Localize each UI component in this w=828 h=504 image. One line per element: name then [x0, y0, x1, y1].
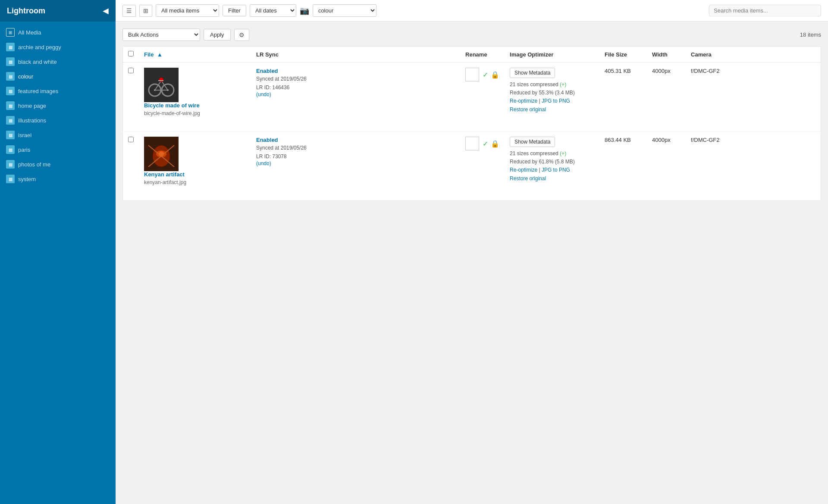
optimizer-info: 21 sizes compressed (+) Reduced by 55.3%… — [510, 81, 594, 114]
sidebar-item-home-page[interactable]: ▦ home page — [0, 98, 116, 113]
width-cell: 4000px — [647, 131, 686, 200]
sidebar-item-colour[interactable]: ▦ colour — [0, 69, 116, 84]
svg-point-8 — [159, 78, 163, 82]
colour-filter-select[interactable]: colour black and white all — [313, 4, 376, 17]
camera-cell: f/DMC-GF2 — [686, 131, 821, 200]
sidebar-item-label: All Media — [18, 29, 41, 36]
select-all-checkbox[interactable] — [128, 51, 134, 56]
filter-button[interactable]: Filter — [223, 5, 246, 16]
lock-icon: 🔒 — [491, 71, 499, 79]
lr-sync-cell: Enabled Synced at 2019/05/26 LR ID: 7307… — [251, 131, 460, 200]
file-size-cell: 863.44 KB — [599, 131, 647, 200]
all-media-icon: ⊞ — [6, 28, 15, 37]
row-checkbox-cell — [123, 131, 139, 200]
sidebar-item-black-and-white[interactable]: ▦ black and white — [0, 54, 116, 69]
lock-icon: 🔒 — [491, 140, 499, 148]
image-optimizer-cell: Show Metadata 21 sizes compressed (+) Re… — [505, 131, 599, 200]
album-icon: ▦ — [6, 43, 15, 51]
bulk-actions-select[interactable]: Bulk Actions Delete Permanently — [122, 28, 200, 41]
col-header-width: Width — [647, 47, 686, 63]
sidebar-item-photos-of-me[interactable]: ▦ photos of me — [0, 157, 116, 172]
width-cell: 4000px — [647, 63, 686, 131]
date-filter-select[interactable]: All dates 2019 2018 2017 — [250, 4, 296, 17]
restore-original-link[interactable]: Restore original — [510, 175, 546, 182]
sidebar-item-label: paris — [18, 147, 30, 153]
search-input[interactable] — [709, 5, 821, 16]
thumb-svg — [144, 68, 179, 102]
toolbar: ☰ ⊞ All media items Images Audio Video U… — [116, 0, 828, 22]
row-checkbox-cell — [123, 63, 139, 131]
col-header-file-size: File Size — [599, 47, 647, 63]
optimizer-info: 21 sizes compressed (+) Reduced by 61.8%… — [510, 150, 594, 183]
lr-sync-undo[interactable]: (undo) — [256, 160, 455, 166]
check-icon: ✓ — [483, 140, 488, 148]
rename-cell: ✓ 🔒 — [460, 63, 505, 131]
sidebar-item-label: archie and peggy — [18, 44, 61, 50]
album-icon: ▦ — [6, 72, 15, 81]
lr-sync-status: Enabled — [256, 68, 455, 74]
sidebar-item-israel[interactable]: ▦ israel — [0, 128, 116, 142]
sidebar-item-archie-and-peggy[interactable]: ▦ archie and peggy — [0, 40, 116, 54]
col-header-file[interactable]: File ▲ — [139, 47, 251, 63]
album-icon: ▦ — [6, 87, 15, 95]
row-select-checkbox[interactable] — [128, 137, 134, 142]
col-header-rename: Rename — [460, 47, 505, 63]
main-panel: ☰ ⊞ All media items Images Audio Video U… — [116, 0, 828, 504]
lr-sync-date: Synced at 2019/05/26 — [256, 75, 455, 83]
file-title[interactable]: Bicycle made of wire — [144, 102, 246, 109]
album-icon: ▦ — [6, 131, 15, 139]
re-optimize-link[interactable]: Re-optimize — [510, 167, 537, 173]
jpg-to-png-link[interactable]: JPG to PNG — [542, 167, 570, 173]
sidebar-item-featured-images[interactable]: ▦ featured images — [0, 84, 116, 98]
sort-arrow-icon: ▲ — [157, 51, 163, 58]
settings-button[interactable]: ⚙ — [234, 29, 249, 41]
lr-sync-id: LR ID: 146436 — [256, 84, 455, 91]
grid-view-button[interactable]: ⊞ — [139, 5, 152, 17]
file-title[interactable]: Kenyan artifact — [144, 171, 246, 178]
sidebar-item-illustrations[interactable]: ▦ illustrations — [0, 113, 116, 128]
media-filter-select[interactable]: All media items Images Audio Video Unatt… — [156, 4, 219, 17]
album-icon: ▦ — [6, 145, 15, 154]
row-select-checkbox[interactable] — [128, 68, 134, 73]
svg-rect-0 — [144, 68, 179, 102]
content-area: Bulk Actions Delete Permanently Apply ⚙ … — [116, 22, 828, 504]
show-metadata-button[interactable]: Show Metadata — [510, 137, 555, 147]
sidebar-item-label: featured images — [18, 88, 58, 94]
re-optimize-link[interactable]: Re-optimize — [510, 98, 537, 104]
album-icon: ▦ — [6, 160, 15, 169]
sidebar-item-paris[interactable]: ▦ paris — [0, 142, 116, 157]
file-name: bicycle-made-of-wire.jpg — [144, 110, 246, 116]
apply-button[interactable]: Apply — [204, 29, 231, 41]
rename-input[interactable] — [465, 137, 479, 150]
lr-sync-id: LR ID: 73078 — [256, 153, 455, 160]
album-icon: ▦ — [6, 116, 15, 125]
list-view-button[interactable]: ☰ — [122, 5, 136, 17]
sidebar-item-label: illustrations — [18, 117, 46, 124]
sidebar-item-label: photos of me — [18, 161, 50, 168]
items-count: 18 items — [800, 31, 821, 38]
thumbnail — [144, 137, 179, 171]
jpg-to-png-link[interactable]: JPG to PNG — [542, 98, 570, 104]
album-icon: ▦ — [6, 57, 15, 66]
lr-sync-date: Synced at 2019/05/26 — [256, 144, 455, 152]
restore-original-link[interactable]: Restore original — [510, 106, 546, 113]
sidebar-header: Lightroom ◀ — [0, 0, 116, 22]
sidebar-collapse-button[interactable]: ◀ — [103, 6, 109, 16]
sidebar-item-label: colour — [18, 73, 33, 80]
image-optimizer-cell: Show Metadata 21 sizes compressed (+) Re… — [505, 63, 599, 131]
rename-input[interactable] — [465, 68, 479, 81]
sidebar-item-all-media[interactable]: ⊞ All Media — [0, 25, 116, 40]
file-cell: Kenyan artifact kenyan-artifact.jpg — [139, 131, 251, 200]
file-size-cell: 405.31 KB — [599, 63, 647, 131]
lr-sync-cell: Enabled Synced at 2019/05/26 LR ID: 1464… — [251, 63, 460, 131]
show-metadata-button[interactable]: Show Metadata — [510, 68, 555, 78]
thumb-svg — [144, 137, 179, 171]
lr-sync-undo[interactable]: (undo) — [256, 91, 455, 97]
sidebar-item-label: system — [18, 176, 36, 182]
check-icon: ✓ — [483, 71, 488, 79]
sidebar-item-system[interactable]: ▦ system — [0, 172, 116, 186]
file-name: kenyan-artifact.jpg — [144, 179, 246, 185]
sidebar-title: Lightroom — [7, 6, 45, 16]
sidebar-nav: ⊞ All Media ▦ archie and peggy ▦ black a… — [0, 22, 116, 190]
table-row: Kenyan artifact kenyan-artifact.jpg Enab… — [123, 131, 821, 200]
